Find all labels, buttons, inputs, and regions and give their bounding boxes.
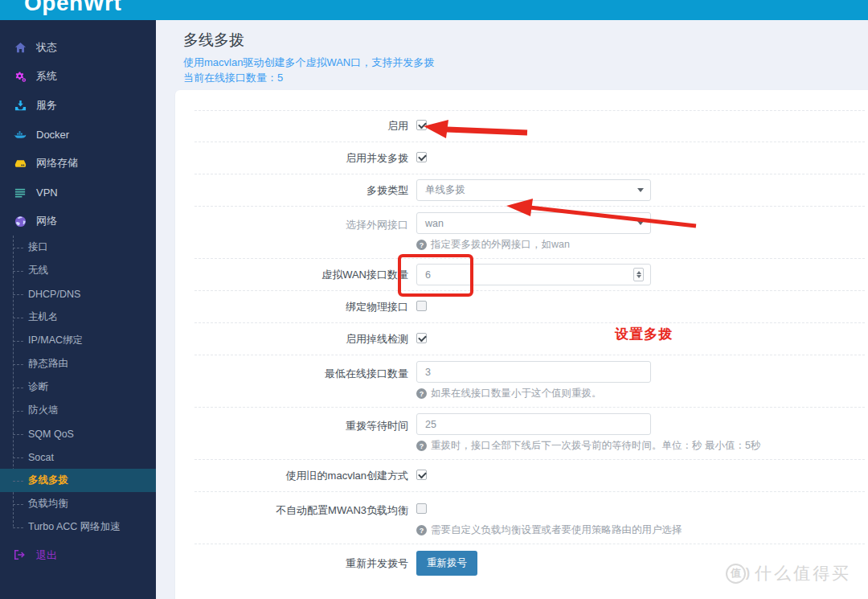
network-subtree: 接口 无线 DHCP/DNS 主机名 IP/MAC绑定 静态路由 诊断 防火墙 … [0, 236, 156, 539]
sidebar-subitem-diagnostics[interactable]: 诊断 [0, 375, 156, 399]
form-row-virtual-wan-count: 虚拟WAN接口数量 6 [194, 259, 865, 291]
home-icon [14, 41, 27, 54]
sidebar-item-label: VPN [36, 187, 58, 199]
sidebar-item-label: 状态 [36, 40, 57, 55]
logout-icon [14, 549, 27, 562]
number-stepper-icon[interactable] [633, 268, 644, 281]
sidebar-subitem-hostnames[interactable]: 主机名 [0, 306, 156, 329]
selected-value: 单线多拨 [425, 183, 637, 197]
sidebar-subitem-wireless[interactable]: 无线 [0, 259, 156, 282]
storage-icon [14, 157, 27, 170]
sidebar-item-docker[interactable]: Docker [0, 120, 156, 149]
gears-icon [14, 70, 27, 83]
input-value: 6 [425, 269, 633, 281]
sidebar-item-network[interactable]: 网络 [0, 207, 156, 236]
topbar: OpenWrt [0, 0, 868, 20]
input-value: 25 [425, 419, 644, 430]
sidebar-item-services[interactable]: 服务 [0, 91, 156, 120]
bars-icon [14, 186, 27, 199]
online-interface-count: 当前在线接口数量：5 [183, 70, 868, 85]
field-label: 重新并发拨号 [194, 556, 416, 571]
sidebar-item-storage[interactable]: 网络存储 [0, 149, 156, 178]
input-value: 3 [425, 367, 644, 378]
logout-label: 退出 [36, 548, 57, 563]
sidebar-item-label: 系统 [36, 69, 57, 84]
form-row-dial-type: 多拨类型 单线多拨 [194, 174, 865, 207]
field-label: 虚拟WAN接口数量 [194, 268, 416, 282]
watermark: 值 什么值得买 [726, 562, 851, 585]
settings-card: 启用 启用并发多拨 多拨类型 单线多拨 选择外网接口 wan [175, 90, 868, 599]
help-icon: ? [416, 441, 427, 451]
concurrent-dial-checkbox[interactable] [416, 152, 427, 162]
chevron-down-icon [637, 221, 644, 225]
no-mwan3-checkbox[interactable] [416, 503, 427, 514]
help-text: ?重拨时，接口全部下线后下一次拨号前的等待时间。单位：秒 最小值：5秒 [416, 439, 865, 453]
form-row-old-macvlan: 使用旧的macvlan创建方式 [194, 460, 865, 492]
sidebar-logout[interactable]: 退出 [0, 544, 156, 568]
sidebar: 状态 系统 服务 Docker 网络存储 VPN [0, 20, 156, 599]
field-label: 绑定物理接口 [194, 300, 416, 314]
sidebar-subitem-ip-mac-binding[interactable]: IP/MAC绑定 [0, 329, 156, 352]
form-row-min-online: 最低在线接口数量 3 ?如果在线接口数量小于这个值则重拨。 [194, 355, 865, 408]
help-text: ?需要自定义负载均衡设置或者要使用策略路由的用户选择 [416, 523, 865, 537]
field-label: 多拨类型 [194, 183, 416, 198]
sidebar-item-system[interactable]: 系统 [0, 62, 156, 91]
redial-button[interactable]: 重新拨号 [416, 551, 477, 576]
sidebar-subitem-load-balancing[interactable]: 负载均衡 [0, 492, 156, 515]
sidebar-subitem-multiwan-dial-active[interactable]: 多线多拨 [0, 469, 156, 492]
offline-detect-checkbox[interactable] [416, 333, 427, 343]
watermark-badge: 值 [726, 564, 746, 584]
selected-value: wan [425, 218, 637, 229]
sidebar-subitem-sqm-qos[interactable]: SQM QoS [0, 422, 156, 445]
page-subtitle: 使用macvlan驱动创建多个虚拟WAN口，支持并发多拨 [183, 55, 868, 70]
field-label: 使用旧的macvlan创建方式 [194, 469, 416, 483]
sidebar-item-vpn[interactable]: VPN [0, 178, 156, 207]
field-label: 最低在线接口数量 [194, 361, 416, 381]
wan-interface-select[interactable]: wan [416, 212, 651, 234]
chevron-down-icon [637, 188, 644, 192]
sidebar-subitem-dhcp-dns[interactable]: DHCP/DNS [0, 282, 156, 306]
help-text: ?指定要多拨的外网接口，如wan [416, 238, 865, 252]
page-header: 多线多拨 使用macvlan驱动创建多个虚拟WAN口，支持并发多拨 当前在线接口… [156, 20, 868, 85]
sidebar-item-label: 网络 [36, 214, 57, 228]
sidebar-subitem-firewall[interactable]: 防火墙 [0, 399, 156, 422]
old-macvlan-checkbox[interactable] [416, 470, 427, 480]
page-title: 多线多拨 [183, 31, 868, 50]
field-label: 不自动配置MWAN3负载均衡 [194, 498, 416, 518]
watermark-text: 什么值得买 [755, 562, 851, 585]
sidebar-subitem-interfaces[interactable]: 接口 [0, 236, 156, 259]
sidebar-item-label: Docker [36, 129, 69, 141]
form-row-enable: 启用 [194, 110, 865, 142]
sidebar-item-label: 网络存储 [36, 156, 78, 170]
field-label: 重拨等待时间 [194, 413, 416, 433]
help-text: ?如果在线接口数量小于这个值则重拨。 [416, 387, 865, 400]
help-icon: ? [416, 240, 427, 250]
openwrt-logo[interactable]: OpenWrt [24, 0, 121, 16]
sidebar-subitem-turbo-acc[interactable]: Turbo ACC 网络加速 [0, 515, 156, 539]
download-icon [14, 99, 27, 112]
form-row-concurrent-dial: 启用并发多拨 [194, 142, 865, 174]
docker-icon [14, 128, 27, 141]
globe-icon [14, 215, 27, 228]
help-icon: ? [416, 388, 427, 399]
field-label: 启用并发多拨 [194, 151, 416, 166]
form-row-redial-wait: 重拨等待时间 25 ?重拨时，接口全部下线后下一次拨号前的等待时间。单位：秒 最… [194, 408, 865, 460]
main-content: 多线多拨 使用macvlan驱动创建多个虚拟WAN口，支持并发多拨 当前在线接口… [156, 20, 868, 599]
enable-checkbox[interactable] [416, 120, 427, 130]
field-label: 选择外网接口 [194, 212, 416, 232]
sidebar-item-label: 服务 [36, 98, 57, 113]
sidebar-subitem-static-routes[interactable]: 静态路由 [0, 352, 156, 375]
virtual-wan-count-input[interactable]: 6 [416, 264, 651, 285]
form-row-bind-physical: 绑定物理接口 [194, 291, 865, 323]
form-row-wan-interface: 选择外网接口 wan ?指定要多拨的外网接口，如wan [194, 207, 865, 259]
min-online-input[interactable]: 3 [416, 361, 651, 383]
redial-wait-input[interactable]: 25 [416, 413, 651, 435]
form-row-no-mwan3: 不自动配置MWAN3负载均衡 ?需要自定义负载均衡设置或者要使用策略路由的用户选… [194, 492, 865, 544]
field-label: 启用掉线检测 [194, 332, 416, 347]
bind-physical-checkbox[interactable] [416, 301, 427, 311]
dial-type-select[interactable]: 单线多拨 [416, 179, 651, 201]
sidebar-subitem-socat[interactable]: Socat [0, 445, 156, 469]
field-label: 启用 [194, 119, 416, 133]
help-icon: ? [416, 525, 427, 535]
sidebar-item-status[interactable]: 状态 [0, 33, 156, 62]
